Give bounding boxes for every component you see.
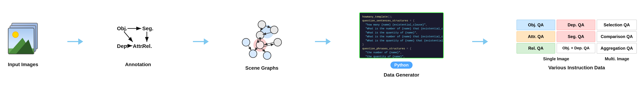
svg-point-21 bbox=[256, 41, 264, 49]
cell-seg-qa: Seg. QA bbox=[556, 31, 595, 42]
images-stack bbox=[7, 23, 39, 58]
data-generator-section: howmany_template(); question_sentences_s… bbox=[359, 12, 444, 78]
svg-point-17 bbox=[263, 52, 271, 59]
cell-selection-qa: Selection QA bbox=[597, 20, 637, 30]
svg-point-18 bbox=[249, 50, 257, 58]
code-line-1: howmany_template(); bbox=[362, 15, 441, 19]
svg-text:Seg.: Seg. bbox=[142, 25, 153, 31]
code-line-8: } bbox=[362, 43, 441, 47]
input-images-label: Input Images bbox=[8, 62, 38, 67]
svg-text:Dep.: Dep. bbox=[117, 43, 128, 49]
cell-rel-qa: Rel. QA bbox=[516, 43, 555, 54]
code-line-5: "What is the quantity of {name}", bbox=[362, 31, 441, 35]
data-generator-label: Data Generator bbox=[384, 72, 419, 78]
python-badge: Python bbox=[390, 62, 412, 69]
arrow-3 bbox=[315, 37, 331, 46]
code-line-6: "What is the number of {name} that {exis… bbox=[362, 35, 441, 39]
annotation-diagram: Obj. Seg. Rel. Dep. Attr. bbox=[112, 23, 164, 58]
multi-image-header: Multi. Image bbox=[597, 56, 637, 61]
mountain-scene bbox=[8, 28, 34, 54]
cell-attr-qa: Attr. QA bbox=[516, 31, 555, 42]
input-images-section: Input Images bbox=[7, 23, 39, 67]
instruction-data-label: Various Instruction Data bbox=[548, 65, 605, 71]
sun-icon bbox=[12, 31, 19, 38]
grid-col-multi: Selection QA Comparison QA Aggregation Q… bbox=[597, 20, 637, 54]
svg-text:Rel.: Rel. bbox=[142, 43, 152, 49]
code-block: howmany_template(); question_sentences_s… bbox=[359, 12, 444, 58]
svg-text:Attr.: Attr. bbox=[133, 43, 143, 49]
cell-aggregation-qa: Aggregation QA bbox=[597, 43, 637, 54]
cell-obj-dep-qa: Obj. + Dep. QA bbox=[556, 43, 595, 53]
code-line-2: question_sentences_structures = { bbox=[362, 19, 441, 23]
single-image-header: Single Image bbox=[516, 56, 596, 61]
code-line-10: "the number of {name}", bbox=[362, 51, 441, 55]
grid-col-single-2: Dep. QA Seg. QA Obj. + Dep. QA bbox=[556, 20, 595, 53]
scene-graph-svg bbox=[237, 19, 286, 62]
code-line-11: "the quantity of {name}", bbox=[362, 55, 441, 58]
svg-point-20 bbox=[256, 31, 264, 39]
cell-obj-qa: Obj. QA bbox=[516, 20, 555, 30]
cell-comparison-qa: Comparison QA bbox=[597, 31, 637, 42]
arrow-blue-1 bbox=[67, 37, 83, 46]
mountain-dark bbox=[16, 40, 34, 54]
arrow-1 bbox=[67, 37, 83, 46]
scene-graphs-label: Scene Graphs bbox=[245, 65, 278, 71]
annotation-label: Annotation bbox=[125, 62, 151, 67]
col-headers: Single Image Multi. Image bbox=[516, 56, 637, 61]
svg-point-16 bbox=[274, 38, 282, 46]
image-frame-front bbox=[8, 28, 34, 54]
code-line-4: "What is the number of {name} that {exis… bbox=[362, 27, 441, 31]
code-line-9: question_phrases_structures = { bbox=[362, 47, 441, 51]
arrow-blue-3 bbox=[315, 37, 331, 46]
grid-col-single-1: Obj. QA Attr. QA Rel. QA bbox=[516, 20, 555, 54]
arrow-blue-4 bbox=[472, 37, 488, 46]
arrow-blue-2 bbox=[193, 37, 209, 46]
arrow-4 bbox=[472, 37, 488, 46]
annotation-svg: Obj. Seg. Rel. Dep. Attr. bbox=[112, 23, 164, 58]
cell-dep-qa: Dep. QA bbox=[556, 20, 595, 30]
scene-graphs-section: Scene Graphs bbox=[237, 19, 286, 71]
svg-line-30 bbox=[248, 46, 251, 50]
code-line-3: "how many {name} {existential_clause}", bbox=[362, 23, 441, 27]
main-container: Input Images bbox=[4, 3, 640, 87]
instruction-grid: Obj. QA Attr. QA Rel. QA Dep. QA Seg. QA… bbox=[516, 20, 637, 54]
instruction-data-section: Obj. QA Attr. QA Rel. QA Dep. QA Seg. QA… bbox=[516, 20, 637, 71]
svg-text:Obj.: Obj. bbox=[117, 25, 127, 31]
scene-graph-container bbox=[237, 19, 286, 62]
arrow-2 bbox=[193, 37, 209, 46]
svg-point-19 bbox=[242, 38, 250, 46]
svg-point-14 bbox=[258, 21, 266, 28]
annotation-section: Obj. Seg. Rel. Dep. Attr. Annotation bbox=[112, 23, 164, 67]
code-line-7: "What is the quantity of {name} that {ex… bbox=[362, 39, 441, 43]
svg-line-2 bbox=[124, 32, 133, 42]
